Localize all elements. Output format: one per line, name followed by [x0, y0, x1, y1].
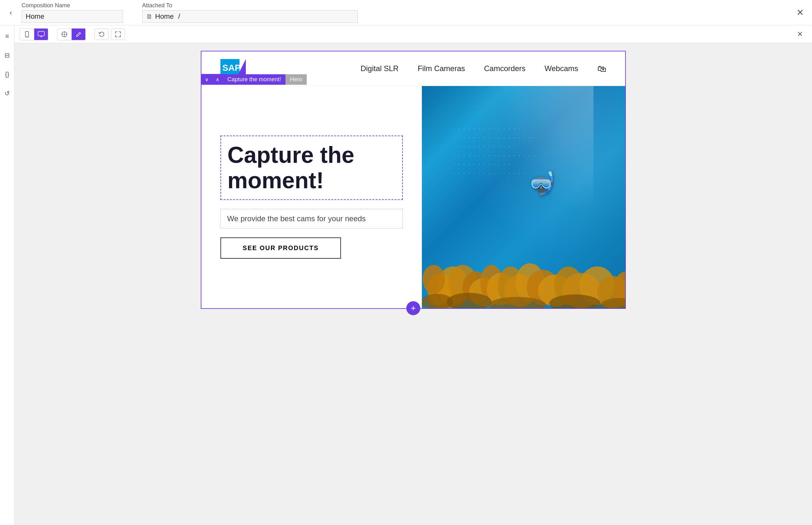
hero-title: Capture the moment!: [228, 142, 396, 193]
hero-title-box[interactable]: Capture the moment!: [220, 136, 403, 200]
tool-group: [57, 28, 85, 40]
nav-link-film-cameras[interactable]: Film Cameras: [418, 64, 465, 73]
attached-to-label: Attached To: [142, 2, 358, 9]
toolbar: ✕: [15, 25, 812, 43]
hero-subtitle: We provide the best cams for your needs: [227, 214, 396, 223]
component-expand-up[interactable]: ∧: [212, 74, 223, 85]
toolbar-close-button[interactable]: ✕: [793, 29, 807, 40]
cart-icon[interactable]: 🛍: [597, 63, 606, 74]
svg-point-6: [64, 34, 65, 35]
sidebar-menu-icon[interactable]: ≡: [2, 30, 13, 42]
component-label-bar: ∨ ∧ Capture the moment! Hero: [201, 74, 307, 85]
hero-left-panel: Capture the moment! We provide the best …: [201, 86, 422, 308]
back-button[interactable]: ‹: [5, 7, 16, 18]
nav-link-webcams[interactable]: Webcams: [545, 64, 578, 73]
attached-path-sep: /: [176, 12, 180, 21]
sidebar-layers-icon[interactable]: ⊟: [2, 49, 13, 61]
water-ambient: [422, 86, 625, 308]
mobile-view-button[interactable]: [20, 29, 34, 40]
svg-rect-2: [38, 31, 44, 36]
hero-cta-button[interactable]: SEE OUR PRODUCTS: [220, 237, 341, 259]
component-expand-down[interactable]: ∨: [201, 74, 212, 85]
hero-right-panel: · · · · · · · · · · · · · · · · · · · · …: [422, 86, 625, 308]
svg-line-11: [80, 32, 81, 33]
site-nav-links: Digital SLR Film Cameras Camcorders Webc…: [361, 63, 606, 74]
component-label-type: Hero: [285, 74, 307, 85]
component-label-name: Capture the moment!: [223, 74, 285, 85]
page-icon: 🗎: [146, 13, 153, 20]
device-toggle-group: [20, 28, 48, 40]
svg-point-1: [27, 36, 27, 36]
add-section-button[interactable]: +: [406, 301, 420, 315]
sidebar-history-icon[interactable]: ↺: [2, 88, 13, 99]
composition-name-label: Composition Name: [21, 2, 123, 9]
preview-container: SAP Digital SLR Film Cameras Camcorders …: [201, 51, 626, 309]
hero-subtitle-box[interactable]: We provide the best cams for your needs: [220, 209, 403, 228]
editor-area: ✕ SAP: [15, 25, 812, 525]
composition-name-section: Composition Name: [21, 2, 123, 23]
nav-link-digital-slr[interactable]: Digital SLR: [361, 64, 399, 73]
expand-button[interactable]: [111, 29, 125, 40]
undo-button[interactable]: [95, 29, 108, 40]
attached-home-value: Home: [155, 12, 174, 21]
preview-frame: SAP Digital SLR Film Cameras Camcorders …: [201, 51, 626, 309]
logo-text: SAP: [222, 63, 241, 73]
composition-name-input[interactable]: [21, 10, 123, 23]
top-bar: ‹ Composition Name Attached To 🗎 Home / …: [0, 0, 812, 25]
sidebar: ≡ ⊟ {} ↺: [0, 25, 15, 525]
sidebar-code-icon[interactable]: {}: [2, 69, 13, 80]
main-layout: ≡ ⊟ {} ↺: [0, 25, 812, 525]
nav-link-camcorders[interactable]: Camcorders: [484, 64, 526, 73]
topbar-close-button[interactable]: ✕: [793, 6, 807, 20]
attached-to-section: Attached To 🗎 Home /: [142, 2, 358, 23]
attached-to-input[interactable]: 🗎 Home /: [142, 10, 358, 23]
canvas-wrapper: SAP Digital SLR Film Cameras Camcorders …: [15, 43, 812, 525]
cursor-tool-button[interactable]: [58, 29, 72, 40]
desktop-view-button[interactable]: [34, 29, 48, 40]
edit-tool-button[interactable]: [72, 29, 85, 40]
hero-section: ∨ ∧ Capture the moment! Hero Capture the…: [201, 86, 625, 308]
